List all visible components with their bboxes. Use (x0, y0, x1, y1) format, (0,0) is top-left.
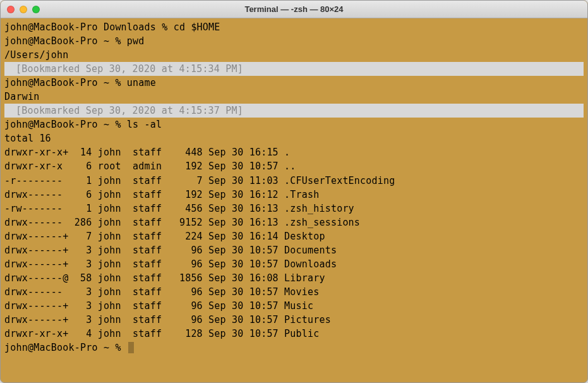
output-line: john@MacBook-Pro ~ % uname (4, 76, 584, 90)
prompt-line: john@MacBook-Pro ~ % (4, 341, 584, 355)
output-line: drwx------@ 58 john staff 1856 Sep 30 16… (4, 271, 584, 285)
output-line: drwxr-xr-x+ 4 john staff 128 Sep 30 10:5… (4, 327, 584, 341)
output-line: -rw------- 1 john staff 456 Sep 30 16:13… (4, 202, 584, 216)
output-line: drwxr-xr-x+ 14 john staff 448 Sep 30 16:… (4, 145, 584, 159)
output-line: drwx------ 3 john staff 96 Sep 30 10:57 … (4, 285, 584, 299)
terminal-window: Terminal — -zsh — 80×24 john@MacBook-Pro… (0, 0, 588, 383)
output-line: drwx------+ 3 john staff 96 Sep 30 10:57… (4, 257, 584, 271)
output-line: drwxr-xr-x 6 root admin 192 Sep 30 10:57… (4, 159, 584, 173)
output-line: drwx------+ 3 john staff 96 Sep 30 10:57… (4, 243, 584, 257)
output-line: drwx------ 6 john staff 192 Sep 30 16:12… (4, 188, 584, 202)
output-line: total 16 (4, 131, 584, 145)
output-line: drwx------+ 7 john staff 224 Sep 30 16:1… (4, 229, 584, 243)
maximize-button[interactable] (32, 6, 40, 13)
bookmark-line: [Bookmarked Sep 30, 2020 at 4:15:37 PM] (4, 104, 584, 118)
terminal-content[interactable]: john@MacBook-Pro Downloads % cd $HOMEjoh… (1, 18, 587, 356)
output-line: drwx------+ 3 john staff 96 Sep 30 10:57… (4, 313, 584, 327)
output-line: drwx------+ 3 john staff 96 Sep 30 10:57… (4, 299, 584, 313)
output-line: john@MacBook-Pro ~ % pwd (4, 34, 584, 48)
minimize-button[interactable] (20, 6, 27, 13)
cursor (128, 342, 134, 353)
output-line: john@MacBook-Pro Downloads % cd $HOME (4, 20, 584, 34)
output-line: Darwin (4, 90, 584, 104)
output-line: drwx------ 286 john staff 9152 Sep 30 16… (4, 216, 584, 229)
bookmark-line: [Bookmarked Sep 30, 2020 at 4:15:34 PM] (4, 62, 584, 76)
traffic-lights (7, 6, 40, 13)
output-line: john@MacBook-Pro ~ % ls -al (4, 118, 584, 131)
titlebar: Terminal — -zsh — 80×24 (1, 1, 587, 18)
close-button[interactable] (7, 6, 15, 13)
output-line: /Users/john (4, 48, 584, 62)
window-title: Terminal — -zsh — 80×24 (1, 4, 587, 14)
output-line: -r-------- 1 john staff 7 Sep 30 11:03 .… (4, 174, 584, 188)
